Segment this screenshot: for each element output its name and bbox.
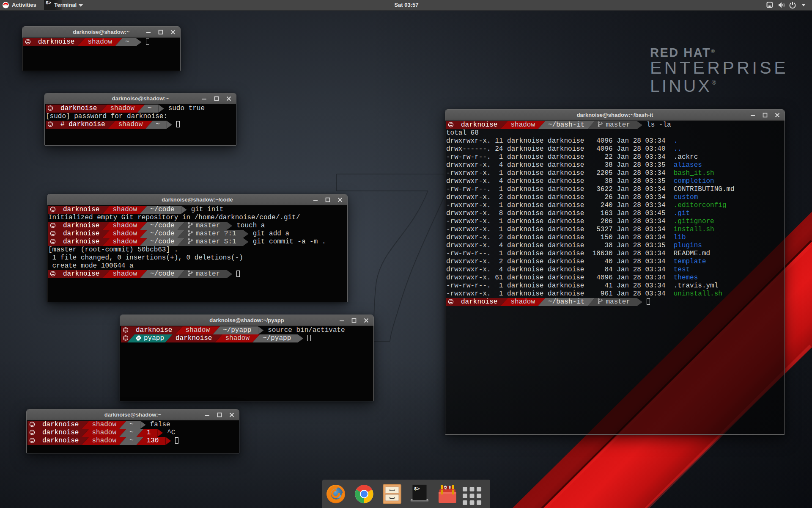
svg-text:$>: $>	[414, 486, 420, 491]
